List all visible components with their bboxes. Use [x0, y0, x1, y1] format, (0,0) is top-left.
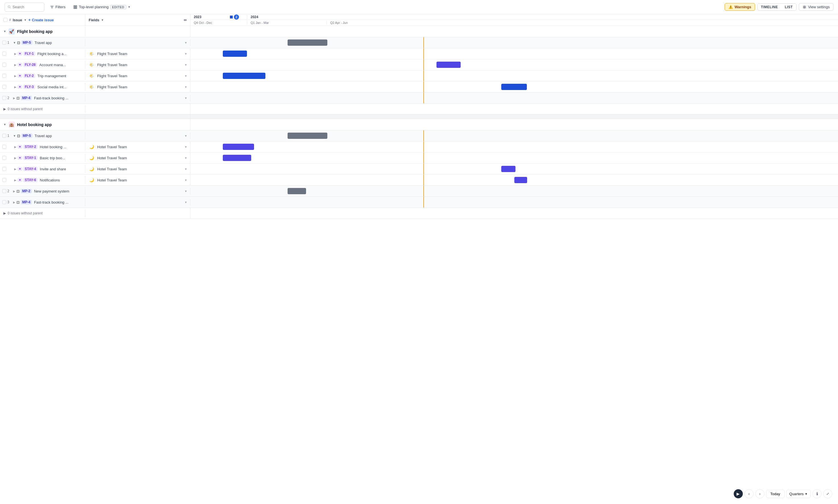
planning-button[interactable]: Top-level planning EDITED ▼: [71, 4, 133, 11]
search-input[interactable]: [13, 5, 41, 9]
row-checkbox[interactable]: [2, 167, 6, 171]
field-dropdown[interactable]: ▼: [185, 179, 187, 182]
issue-badge[interactable]: STAY-1: [23, 156, 37, 160]
field-dropdown[interactable]: ▼: [185, 157, 187, 160]
flight-group-name: Flight booking app: [17, 29, 53, 34]
gantt-bar[interactable]: [287, 132, 327, 139]
chevron-right-icon[interactable]: ▶: [3, 107, 6, 111]
expand-icon[interactable]: ▶: [14, 157, 17, 160]
gantt-bar[interactable]: [436, 61, 461, 68]
issue-badge[interactable]: STAY-6: [23, 178, 37, 182]
next-button[interactable]: ›: [755, 489, 764, 498]
issue-badge[interactable]: MP-5: [21, 133, 32, 138]
field-dropdown[interactable]: ▼: [185, 190, 187, 193]
issue-badge[interactable]: STAY-4: [23, 167, 37, 171]
row-checkbox[interactable]: [2, 134, 6, 138]
expand-icon[interactable]: ▶: [14, 145, 17, 148]
quarters-chevron: ▼: [805, 492, 808, 496]
field-dropdown[interactable]: ▼: [185, 41, 187, 44]
expand-icon[interactable]: ▶: [14, 63, 17, 67]
issue-badge[interactable]: MP-2: [21, 189, 32, 193]
issue-badge[interactable]: FLY-3: [23, 85, 35, 89]
field-dropdown[interactable]: ▼: [185, 86, 187, 89]
gantt-bar[interactable]: [501, 84, 527, 90]
issue-badge[interactable]: MP-5: [21, 40, 32, 45]
create-issue-button[interactable]: + Create issue: [29, 18, 54, 22]
row-checkbox[interactable]: [2, 178, 6, 182]
issue-badge[interactable]: FLY-1: [23, 51, 35, 56]
issue-badge[interactable]: MP-4: [21, 96, 32, 100]
svg-rect-7: [74, 7, 75, 8]
field-dropdown[interactable]: ▼: [185, 63, 187, 67]
gantt-bar[interactable]: [501, 166, 516, 172]
row-checkbox[interactable]: [2, 156, 6, 160]
table-row: 2 ▶ ⊡ MP-2 New payment system ▼: [0, 186, 838, 197]
table-row: ▶ ✦ STAY-1 Basic trip boo... 🌙 Hotel Tra…: [0, 152, 838, 164]
row-collapse-icon[interactable]: ▼: [13, 41, 16, 44]
expand-button[interactable]: ⤢: [823, 489, 832, 498]
expand-icon[interactable]: ▶: [13, 201, 15, 204]
row-checkbox[interactable]: [2, 63, 6, 67]
group-collapse-flight[interactable]: ▼: [3, 30, 6, 33]
issue-badge[interactable]: MP-4: [21, 200, 32, 204]
field-dropdown[interactable]: ▼: [185, 52, 187, 55]
issue-header-label: Issue: [13, 18, 22, 22]
svg-point-9: [804, 6, 805, 7]
gantt-bar[interactable]: [223, 51, 247, 57]
info-button[interactable]: ℹ: [813, 489, 821, 498]
table-row: ▶ ✦ FLY-2 Trip management 🌤️ Flight Trav…: [0, 70, 838, 82]
gantt-bar[interactable]: [223, 73, 265, 79]
list-button[interactable]: LIST: [782, 4, 796, 11]
play-button[interactable]: ▶: [734, 489, 743, 498]
prev-button[interactable]: ‹: [745, 489, 754, 498]
field-dropdown[interactable]: ▼: [185, 201, 187, 204]
search-box[interactable]: [4, 3, 44, 12]
table-row: ▶ ✦ FLY-3 Social media int... 🌤️ Flight …: [0, 82, 838, 93]
today-button[interactable]: Today: [766, 490, 785, 498]
issue-badge[interactable]: FLY-28: [23, 62, 37, 67]
gantt-bar[interactable]: [223, 144, 254, 150]
warnings-button[interactable]: ⚠️ Warnings: [724, 3, 755, 11]
row-collapse-icon[interactable]: ▼: [13, 134, 16, 138]
cell-fields-fly1: 🌤️ Flight Travel Team ▼: [85, 49, 190, 59]
row-checkbox[interactable]: [2, 74, 6, 78]
view-settings-button[interactable]: View settings: [799, 3, 834, 11]
row-checkbox[interactable]: [2, 145, 6, 149]
gantt-bar[interactable]: [287, 39, 327, 46]
collapse-fields-icon[interactable]: ⇔: [184, 18, 187, 22]
cell-issue-fly3: ▶ ✦ FLY-3 Social media int...: [0, 83, 85, 91]
header-checkbox[interactable]: [3, 18, 7, 22]
field-dropdown[interactable]: ▼: [185, 145, 187, 148]
gantt-bar[interactable]: [287, 188, 306, 194]
cell-fields-mp5: ▼: [85, 39, 190, 46]
team-avatar: 🌙: [88, 177, 95, 183]
expand-icon[interactable]: ▶: [14, 52, 17, 55]
expand-icon[interactable]: ▶: [14, 167, 17, 170]
expand-icon[interactable]: ▶: [14, 74, 17, 77]
gantt-bar[interactable]: [514, 177, 527, 183]
field-dropdown[interactable]: ▼: [185, 96, 187, 100]
quarters-select[interactable]: Quarters ▼: [786, 490, 811, 498]
expand-icon[interactable]: ▶: [14, 86, 17, 89]
expand-icon[interactable]: ▶: [14, 179, 17, 182]
field-dropdown[interactable]: ▼: [185, 167, 187, 170]
issue-badge[interactable]: STAY-2: [23, 145, 37, 149]
row-checkbox[interactable]: [2, 41, 6, 44]
expand-icon[interactable]: ▶: [13, 190, 15, 193]
issue-badge[interactable]: FLY-2: [23, 74, 35, 78]
filters-button[interactable]: Filters: [48, 4, 68, 10]
gantt-bar[interactable]: [223, 155, 251, 161]
row-checkbox[interactable]: [2, 52, 6, 56]
group-collapse-hotel[interactable]: ▼: [3, 123, 6, 126]
row-checkbox[interactable]: [2, 200, 6, 204]
row-checkbox[interactable]: [2, 85, 6, 89]
expand-icon[interactable]: ▶: [13, 96, 15, 100]
no-parent-label: 0 issues without parent: [8, 211, 42, 215]
field-dropdown[interactable]: ▼: [185, 134, 187, 138]
row-checkbox[interactable]: [2, 189, 6, 193]
today-line: [423, 93, 424, 103]
field-dropdown[interactable]: ▼: [185, 74, 187, 77]
row-checkbox[interactable]: [2, 96, 6, 100]
timeline-button[interactable]: TIMELINE: [757, 4, 782, 11]
chevron-right-icon[interactable]: ▶: [3, 211, 6, 215]
